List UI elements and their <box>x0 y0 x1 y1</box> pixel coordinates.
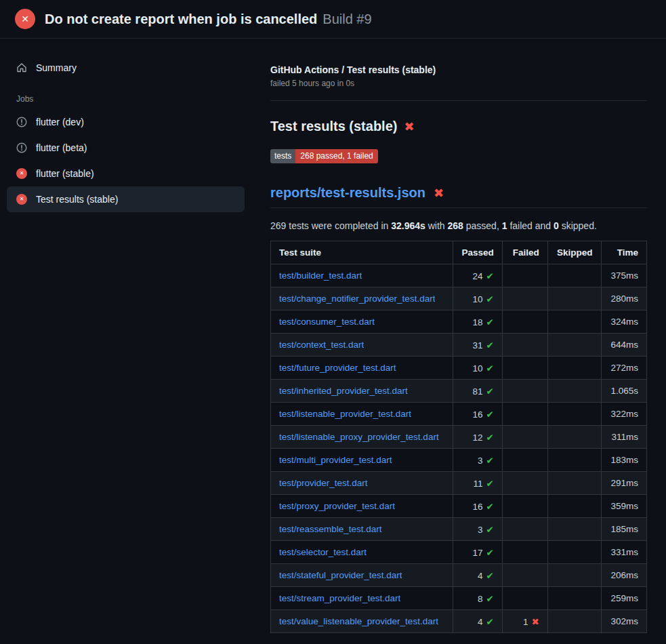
test-suite-link[interactable]: test/builder_test.dart <box>279 270 362 281</box>
test-suite-cell: test/builder_test.dart <box>271 264 453 287</box>
passed-cell: 4✔ <box>453 610 502 633</box>
table-row: test/listenable_proxy_provider_test.dart… <box>271 426 647 449</box>
time-cell: 280ms <box>601 287 646 310</box>
home-icon <box>16 62 27 73</box>
col-header-time: Time <box>601 241 646 264</box>
check-icon: ✔ <box>486 548 493 558</box>
report-file-link[interactable]: reports/test-results.json <box>270 185 425 201</box>
check-icon: ✔ <box>486 340 493 350</box>
test-suite-link[interactable]: test/multi_provider_test.dart <box>279 455 392 465</box>
count: 12 <box>472 432 482 443</box>
tests-badge: tests 268 passed, 1 failed <box>270 149 378 163</box>
count: 24 <box>472 271 482 281</box>
time-cell: 185ms <box>601 518 646 541</box>
failed-cell <box>502 403 547 426</box>
count: 3 <box>478 456 483 466</box>
failed-cell <box>502 541 547 564</box>
check-icon: ✔ <box>486 456 493 466</box>
check-title: Test results (stable) ✖ <box>270 119 647 134</box>
skipped-cell <box>547 610 601 633</box>
test-suite-link[interactable]: test/inherited_provider_test.dart <box>279 386 408 396</box>
time-cell: 311ms <box>601 426 646 449</box>
failed-cell <box>502 518 547 541</box>
test-suite-link[interactable]: test/stateful_provider_test.dart <box>279 570 402 580</box>
failed-cell <box>502 587 547 610</box>
test-suite-link[interactable]: test/context_test.dart <box>279 340 364 350</box>
sidebar-item-flutter-beta[interactable]: flutter (beta) <box>7 135 245 161</box>
check-icon: ✔ <box>486 363 493 374</box>
time-cell: 322ms <box>601 403 646 426</box>
count: 11 <box>473 479 482 489</box>
github-actions-check-page: ✕ Do not create report when job is cance… <box>0 0 666 633</box>
summary-skipped: 0 <box>554 220 559 231</box>
test-suite-cell: test/consumer_test.dart <box>271 310 453 334</box>
failed-cell <box>502 380 547 403</box>
table-row: test/context_test.dart31✔644ms <box>271 334 647 357</box>
skipped-cell <box>547 287 601 310</box>
skipped-cell <box>547 449 601 472</box>
table-row: test/future_provider_test.dart10✔272ms <box>271 357 647 380</box>
results-table: Test suite Passed Failed Skipped Time te… <box>270 241 647 633</box>
check-icon: ✔ <box>486 617 493 627</box>
test-suite-link[interactable]: test/value_listenable_provider_test.dart <box>279 616 438 626</box>
test-suite-cell: test/listenable_provider_test.dart <box>271 403 453 426</box>
page-body: Summary Jobs flutter (dev) flutter (beta… <box>0 39 666 633</box>
count: 10 <box>472 363 482 374</box>
test-suite-link[interactable]: test/future_provider_test.dart <box>279 363 396 373</box>
test-suite-link[interactable]: test/change_notifier_provider_test.dart <box>279 294 435 304</box>
build-number: Build #9 <box>322 12 371 27</box>
skipped-cell <box>547 403 601 426</box>
test-suite-cell: test/context_test.dart <box>271 334 453 357</box>
passed-cell: 11✔ <box>453 472 502 495</box>
test-suite-cell: test/inherited_provider_test.dart <box>271 380 453 403</box>
skipped-cell <box>547 380 601 403</box>
x-circle-icon: ✕ <box>16 168 27 179</box>
sidebar-item-flutter-stable[interactable]: ✕ flutter (stable) <box>7 161 245 186</box>
sidebar-item-flutter-dev[interactable]: flutter (dev) <box>7 109 245 135</box>
test-suite-link[interactable]: test/selector_test.dart <box>279 547 367 557</box>
table-row: test/stream_provider_test.dart8✔259ms <box>271 587 647 610</box>
sidebar-item-summary[interactable]: Summary <box>7 55 245 81</box>
passed-cell: 10✔ <box>453 357 502 380</box>
count: 4 <box>478 571 483 581</box>
passed-cell: 17✔ <box>453 541 502 564</box>
passed-cell: 3✔ <box>453 449 502 472</box>
skipped-cell <box>547 518 601 541</box>
summary-label: Summary <box>36 62 77 73</box>
table-row: test/proxy_provider_test.dart16✔359ms <box>271 495 647 518</box>
test-suite-link[interactable]: test/proxy_provider_test.dart <box>279 501 395 511</box>
badge-value: 268 passed, 1 failed <box>295 149 377 163</box>
test-suite-link[interactable]: test/listenable_provider_test.dart <box>279 409 411 419</box>
passed-cell: 16✔ <box>453 495 502 518</box>
failed-cell <box>502 334 547 357</box>
test-suite-cell: test/value_listenable_provider_test.dart <box>271 610 453 633</box>
job-label: Test results (stable) <box>36 194 118 205</box>
check-icon: ✔ <box>486 409 493 420</box>
test-suite-link[interactable]: test/stream_provider_test.dart <box>279 593 400 603</box>
test-summary-line: 269 tests were completed in 32.964s with… <box>270 220 647 231</box>
col-header-failed: Failed <box>502 241 547 264</box>
check-icon: ✔ <box>486 594 493 604</box>
test-suite-link[interactable]: test/provider_test.dart <box>279 478 368 488</box>
count: 81 <box>472 386 482 397</box>
passed-cell: 24✔ <box>453 264 502 287</box>
test-suite-link[interactable]: test/reassemble_test.dart <box>279 524 382 534</box>
sidebar-item-test-results-stable[interactable]: ✕ Test results (stable) <box>7 186 245 212</box>
time-cell: 375ms <box>601 264 646 287</box>
failed-cell <box>502 357 547 380</box>
check-icon: ✔ <box>486 432 493 443</box>
test-suite-link[interactable]: test/consumer_test.dart <box>279 317 375 327</box>
table-row: test/provider_test.dart11✔291ms <box>271 472 647 495</box>
test-suite-link[interactable]: test/listenable_proxy_provider_test.dart <box>279 432 439 442</box>
summary-failed: 1 <box>502 220 507 231</box>
check-icon: ✔ <box>486 317 493 327</box>
count: 10 <box>472 294 482 304</box>
failed-x-icon: ✖ <box>404 121 414 133</box>
skipped-cell <box>547 357 601 380</box>
time-cell: 302ms <box>601 610 646 633</box>
skipped-cell <box>547 426 601 449</box>
col-header-passed: Passed <box>453 241 502 264</box>
check-icon: ✔ <box>486 386 493 397</box>
failed-cell <box>502 564 547 587</box>
alert-circle-icon <box>16 142 27 153</box>
